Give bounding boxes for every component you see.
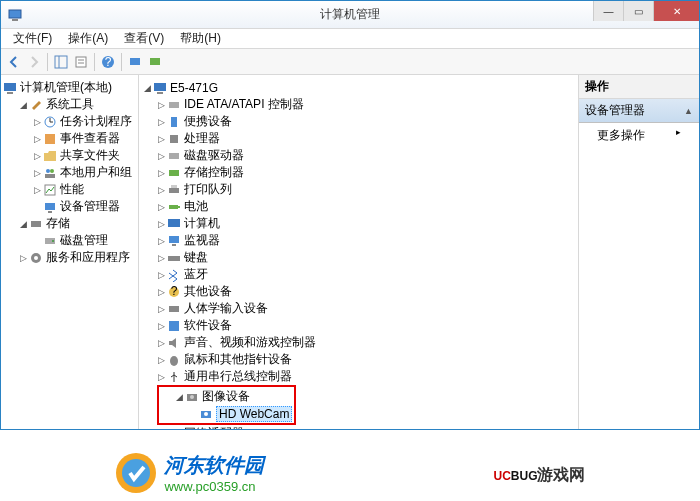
collapse-icon[interactable]: ◢ <box>173 391 185 403</box>
cat-imaging[interactable]: ◢图像设备 <box>161 388 292 405</box>
svg-point-47 <box>170 356 178 366</box>
tree-storage[interactable]: ◢ 存储 <box>3 215 136 232</box>
device-webcam[interactable]: HD WebCam <box>161 405 292 422</box>
tree-label: 通用串行总线控制器 <box>184 368 292 385</box>
svg-rect-33 <box>169 153 179 159</box>
keyboard-icon <box>167 251 181 265</box>
expand-icon[interactable]: ▷ <box>155 184 167 196</box>
cat-sound[interactable]: ▷声音、视频和游戏控制器 <box>141 334 576 351</box>
refresh-button[interactable] <box>146 53 164 71</box>
tree-label: 事件查看器 <box>60 130 120 147</box>
expand-icon[interactable]: ▷ <box>31 150 43 162</box>
svg-point-18 <box>50 169 54 173</box>
expand-icon[interactable]: ▷ <box>155 252 167 264</box>
watermark-part1: UC <box>493 469 510 483</box>
forward-button[interactable] <box>25 53 43 71</box>
help-button[interactable]: ? <box>99 53 117 71</box>
cat-battery[interactable]: ▷电池 <box>141 198 576 215</box>
cat-keyboard[interactable]: ▷键盘 <box>141 249 576 266</box>
svg-rect-32 <box>170 135 178 143</box>
properties-button[interactable] <box>72 53 90 71</box>
expand-icon[interactable]: ▷ <box>155 116 167 128</box>
tree-label: 计算机 <box>184 215 220 232</box>
cat-hid[interactable]: ▷人体学输入设备 <box>141 300 576 317</box>
minimize-button[interactable]: — <box>593 1 623 21</box>
cat-firmware[interactable]: ▷软件设备 <box>141 317 576 334</box>
actions-context[interactable]: 设备管理器 ▲ <box>579 99 699 123</box>
expand-icon[interactable]: ▷ <box>155 99 167 111</box>
expand-icon[interactable]: ▷ <box>155 320 167 332</box>
cat-bluetooth[interactable]: ▷蓝牙 <box>141 266 576 283</box>
collapse-icon[interactable]: ◢ <box>17 99 29 111</box>
cat-usb[interactable]: ▷通用串行总线控制器 <box>141 368 576 385</box>
sound-icon <box>167 336 181 350</box>
tree-local-users[interactable]: ▷ 本地用户和组 <box>3 164 136 181</box>
battery-icon <box>167 200 181 214</box>
cat-print-queue[interactable]: ▷打印队列 <box>141 181 576 198</box>
svg-rect-0 <box>9 10 21 18</box>
cat-mouse[interactable]: ▷鼠标和其他指针设备 <box>141 351 576 368</box>
back-button[interactable] <box>5 53 23 71</box>
expand-icon[interactable]: ▷ <box>155 150 167 162</box>
cat-network[interactable]: ▷网络适配器 <box>141 425 576 429</box>
tree-shared-folders[interactable]: ▷ 共享文件夹 <box>3 147 136 164</box>
tree-label: 本地用户和组 <box>60 164 132 181</box>
expand-icon[interactable]: ▷ <box>155 269 167 281</box>
more-actions[interactable]: 更多操作 ▸ <box>579 123 699 148</box>
menubar: 文件(F) 操作(A) 查看(V) 帮助(H) <box>1 29 699 49</box>
tree-label: 其他设备 <box>184 283 232 300</box>
expand-icon[interactable]: ▷ <box>17 252 29 264</box>
svg-rect-45 <box>169 306 179 312</box>
cat-disk-drive[interactable]: ▷磁盘驱动器 <box>141 147 576 164</box>
expand-icon[interactable]: ▷ <box>31 184 43 196</box>
pc-icon <box>167 217 181 231</box>
collapse-icon[interactable]: ◢ <box>17 218 29 230</box>
expand-icon[interactable]: ▷ <box>155 286 167 298</box>
close-button[interactable]: ✕ <box>653 1 699 21</box>
menu-file[interactable]: 文件(F) <box>5 28 60 49</box>
scan-button[interactable] <box>126 53 144 71</box>
expand-icon[interactable]: ▷ <box>155 428 167 430</box>
tree-performance[interactable]: ▷ 性能 <box>3 181 136 198</box>
tree-label: E5-471G <box>170 81 218 95</box>
cat-storage-ctrl[interactable]: ▷存储控制器 <box>141 164 576 181</box>
menu-view[interactable]: 查看(V) <box>116 28 172 49</box>
svg-rect-42 <box>168 256 180 261</box>
expand-icon[interactable]: ▷ <box>155 354 167 366</box>
cat-portable[interactable]: ▷便携设备 <box>141 113 576 130</box>
device-root[interactable]: ◢ E5-471G <box>141 79 576 96</box>
expand-icon[interactable]: ▷ <box>155 235 167 247</box>
printer-icon <box>167 183 181 197</box>
tree-label: 任务计划程序 <box>60 113 132 130</box>
svg-rect-30 <box>169 102 179 108</box>
expand-icon[interactable]: ▷ <box>31 167 43 179</box>
cat-processor[interactable]: ▷处理器 <box>141 130 576 147</box>
menu-action[interactable]: 操作(A) <box>60 28 116 49</box>
expand-icon[interactable]: ▷ <box>155 167 167 179</box>
tree-task-scheduler[interactable]: ▷ 任务计划程序 <box>3 113 136 130</box>
cat-ide[interactable]: ▷IDE ATA/ATAPI 控制器 <box>141 96 576 113</box>
expand-icon[interactable]: ▷ <box>31 133 43 145</box>
cat-other[interactable]: ▷?其他设备 <box>141 283 576 300</box>
collapse-icon[interactable]: ◢ <box>141 82 153 94</box>
expand-icon[interactable]: ▷ <box>155 337 167 349</box>
tree-device-manager[interactable]: 设备管理器 <box>3 198 136 215</box>
spacer <box>187 408 199 420</box>
expand-icon[interactable]: ▷ <box>155 303 167 315</box>
expand-icon[interactable]: ▷ <box>155 218 167 230</box>
tree-services[interactable]: ▷ 服务和应用程序 <box>3 249 136 266</box>
tree-event-viewer[interactable]: ▷ 事件查看器 <box>3 130 136 147</box>
maximize-button[interactable]: ▭ <box>623 1 653 21</box>
tree-root[interactable]: 计算机管理(本地) <box>3 79 136 96</box>
menu-help[interactable]: 帮助(H) <box>172 28 229 49</box>
show-tree-button[interactable] <box>52 53 70 71</box>
expand-icon[interactable]: ▷ <box>155 133 167 145</box>
expand-icon[interactable]: ▷ <box>155 201 167 213</box>
cat-monitor[interactable]: ▷监视器 <box>141 232 576 249</box>
expand-icon[interactable]: ▷ <box>155 371 167 383</box>
tree-label: 软件设备 <box>184 317 232 334</box>
expand-icon[interactable]: ▷ <box>31 116 43 128</box>
cat-computer[interactable]: ▷计算机 <box>141 215 576 232</box>
tree-disk-mgmt[interactable]: 磁盘管理 <box>3 232 136 249</box>
tree-sys-tools[interactable]: ◢ 系统工具 <box>3 96 136 113</box>
